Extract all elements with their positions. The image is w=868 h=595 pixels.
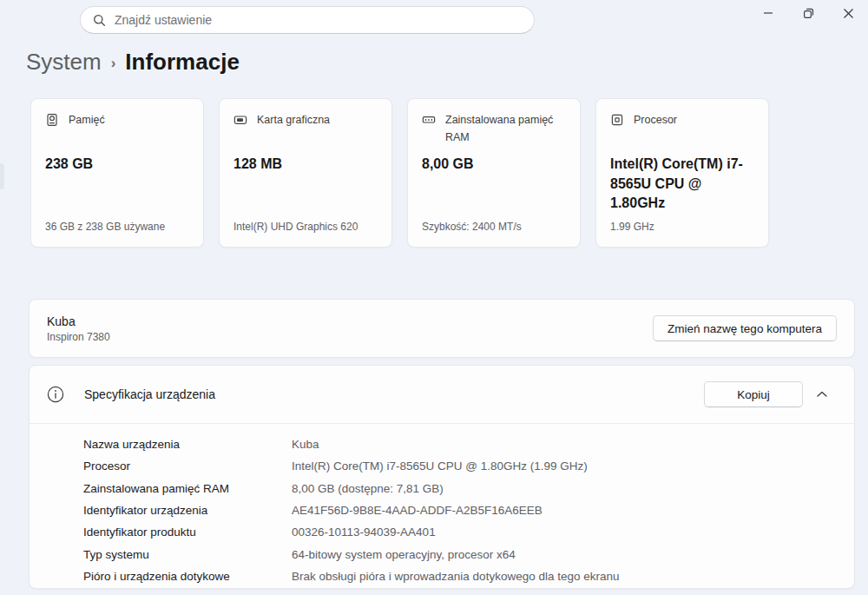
card-footer: 36 GB z 238 GB używane bbox=[45, 221, 189, 233]
spec-row-pen-touch: Pióro i urządzenia dotykowe Brak obsługi… bbox=[83, 565, 837, 587]
info-icon bbox=[47, 386, 64, 403]
search-input[interactable]: Znajdź ustawienie bbox=[80, 6, 535, 34]
restore-icon bbox=[803, 8, 814, 19]
device-name-panel: Kuba Inspiron 7380 Zmień nazwę tego komp… bbox=[29, 299, 855, 358]
breadcrumb-system[interactable]: System bbox=[26, 49, 102, 76]
device-identity: Kuba Inspiron 7380 bbox=[47, 314, 110, 343]
card-label: Karta graficzna bbox=[257, 111, 330, 129]
restore-button[interactable] bbox=[788, 0, 828, 26]
close-icon bbox=[843, 8, 854, 19]
chevron-up-icon bbox=[817, 391, 827, 398]
card-storage: Pamięć 238 GB 36 GB z 238 GB używane bbox=[30, 98, 204, 248]
device-name: Kuba bbox=[47, 314, 110, 328]
ram-icon bbox=[422, 111, 436, 127]
device-spec-title: Specyfikacja urządzenia bbox=[84, 387, 215, 401]
window-controls bbox=[748, 0, 868, 26]
rename-computer-button[interactable]: Zmień nazwę tego komputera bbox=[653, 315, 837, 341]
device-spec-panel: Specyfikacja urządzenia Kopiuj Nazwa urz… bbox=[29, 365, 855, 589]
breadcrumb: System › Informacje bbox=[26, 49, 240, 76]
card-processor: Procesor Intel(R) Core(TM) i7-8565U CPU … bbox=[595, 98, 769, 248]
close-button[interactable] bbox=[828, 0, 868, 26]
card-ram: Zainstalowana pamięć RAM 8,00 GB Szybkoś… bbox=[407, 98, 581, 248]
device-model: Inspiron 7380 bbox=[47, 331, 110, 343]
info-cards: Pamięć 238 GB 36 GB z 238 GB używane Kar… bbox=[30, 98, 769, 248]
spec-row-ram: Zainstalowana pamięć RAM 8,00 GB (dostęp… bbox=[83, 478, 837, 499]
card-value: 8,00 GB bbox=[422, 155, 566, 175]
spec-row-product-id: Identyfikator produktu 00326-10113-94039… bbox=[83, 521, 837, 543]
spec-row-system-type: Typ systemu 64-bitowy system operacyjny,… bbox=[83, 543, 837, 565]
hard-drive-icon bbox=[45, 111, 59, 127]
search-icon bbox=[93, 14, 106, 27]
card-label: Pamięć bbox=[69, 111, 105, 129]
page-title: Informacje bbox=[125, 49, 240, 76]
spec-row-processor: Procesor Intel(R) Core(TM) i7-8565U CPU … bbox=[83, 455, 837, 477]
minimize-button[interactable] bbox=[748, 0, 788, 26]
spec-rows: Nazwa urządzenia Kuba Procesor Intel(R) … bbox=[30, 424, 854, 587]
gpu-icon bbox=[233, 111, 247, 127]
collapse-expander-button[interactable] bbox=[807, 381, 837, 407]
device-spec-header[interactable]: Specyfikacja urządzenia Kopiuj bbox=[30, 366, 854, 423]
card-label: Zainstalowana pamięć RAM bbox=[445, 111, 566, 146]
minimize-icon bbox=[763, 8, 773, 18]
card-value: 128 MB bbox=[233, 155, 378, 175]
card-footer: 1.99 GHz bbox=[610, 221, 754, 233]
nav-peek bbox=[0, 163, 4, 189]
settings-window: { "window": { "search_placeholder": "Zna… bbox=[0, 0, 868, 595]
card-footer: Szybkość: 2400 MT/s bbox=[422, 221, 566, 233]
breadcrumb-separator-icon: › bbox=[111, 55, 116, 72]
spec-row-device-id: Identyfikator urządzenia AE41F56D-9B8E-4… bbox=[83, 499, 837, 521]
card-label: Procesor bbox=[634, 111, 677, 129]
search-placeholder: Znajdź ustawienie bbox=[115, 13, 212, 27]
card-value: 238 GB bbox=[45, 155, 189, 175]
card-value: Intel(R) Core(TM) i7-8565U CPU @ 1.80GHz bbox=[610, 155, 754, 214]
copy-button[interactable]: Kopiuj bbox=[704, 381, 803, 407]
card-graphics: Karta graficzna 128 MB Intel(R) UHD Grap… bbox=[219, 98, 392, 248]
spec-row-device-name: Nazwa urządzenia Kuba bbox=[83, 433, 837, 455]
cpu-icon bbox=[610, 111, 624, 127]
card-footer: Intel(R) UHD Graphics 620 bbox=[233, 221, 378, 233]
